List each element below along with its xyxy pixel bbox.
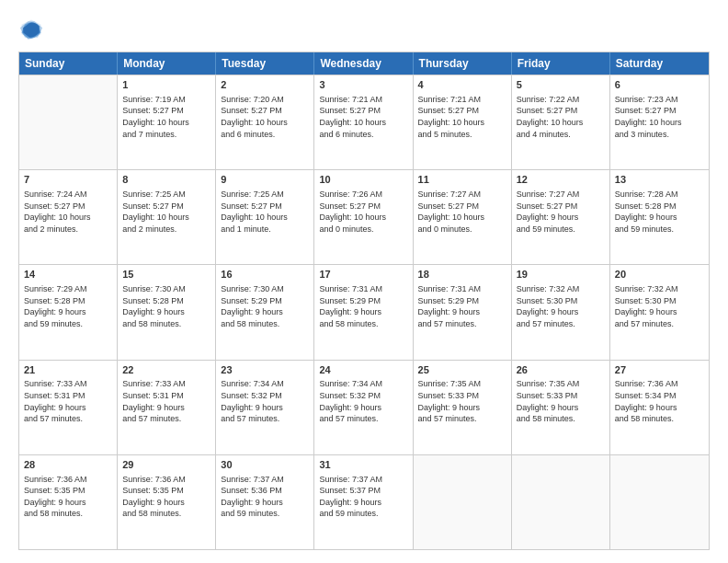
day-cell-17: 17Sunrise: 7:31 AM Sunset: 5:29 PM Dayli… [314, 265, 413, 359]
day-info: Sunrise: 7:21 AM Sunset: 5:27 PM Dayligh… [418, 94, 506, 140]
day-info: Sunrise: 7:31 AM Sunset: 5:29 PM Dayligh… [418, 283, 506, 329]
logo-icon [18, 17, 44, 42]
day-info: Sunrise: 7:36 AM Sunset: 5:34 PM Dayligh… [615, 378, 704, 424]
day-number: 25 [418, 363, 506, 377]
day-info: Sunrise: 7:30 AM Sunset: 5:29 PM Dayligh… [221, 283, 309, 329]
day-info: Sunrise: 7:35 AM Sunset: 5:33 PM Dayligh… [418, 378, 506, 424]
calendar-body: 1Sunrise: 7:19 AM Sunset: 5:27 PM Daylig… [19, 75, 709, 549]
page: SundayMondayTuesdayWednesdayThursdayFrid… [0, 0, 728, 563]
day-number: 11 [418, 173, 506, 187]
header [18, 17, 710, 42]
day-info: Sunrise: 7:20 AM Sunset: 5:27 PM Dayligh… [221, 94, 309, 140]
calendar-row-1: 1Sunrise: 7:19 AM Sunset: 5:27 PM Daylig… [19, 75, 709, 169]
day-cell-3: 3Sunrise: 7:21 AM Sunset: 5:27 PM Daylig… [314, 75, 413, 169]
day-cell-18: 18Sunrise: 7:31 AM Sunset: 5:29 PM Dayli… [414, 265, 512, 359]
empty-cell-4-4 [414, 455, 512, 549]
day-info: Sunrise: 7:26 AM Sunset: 5:27 PM Dayligh… [319, 189, 407, 235]
day-header-sunday: Sunday [19, 52, 118, 75]
day-cell-28: 28Sunrise: 7:36 AM Sunset: 5:35 PM Dayli… [19, 455, 118, 549]
day-number: 30 [221, 458, 309, 472]
day-cell-29: 29Sunrise: 7:36 AM Sunset: 5:35 PM Dayli… [118, 455, 216, 549]
day-number: 15 [122, 268, 210, 282]
day-info: Sunrise: 7:28 AM Sunset: 5:28 PM Dayligh… [615, 189, 704, 235]
day-info: Sunrise: 7:25 AM Sunset: 5:27 PM Dayligh… [221, 189, 309, 235]
day-info: Sunrise: 7:32 AM Sunset: 5:30 PM Dayligh… [517, 283, 605, 329]
day-number: 29 [122, 458, 210, 472]
day-info: Sunrise: 7:24 AM Sunset: 5:27 PM Dayligh… [24, 189, 112, 235]
day-info: Sunrise: 7:19 AM Sunset: 5:27 PM Dayligh… [122, 94, 210, 140]
day-cell-7: 7Sunrise: 7:24 AM Sunset: 5:27 PM Daylig… [19, 170, 118, 264]
day-header-friday: Friday [512, 52, 610, 75]
day-number: 20 [615, 268, 704, 282]
day-cell-20: 20Sunrise: 7:32 AM Sunset: 5:30 PM Dayli… [610, 265, 709, 359]
day-number: 5 [517, 78, 605, 92]
day-cell-5: 5Sunrise: 7:22 AM Sunset: 5:27 PM Daylig… [512, 75, 610, 169]
day-cell-31: 31Sunrise: 7:37 AM Sunset: 5:37 PM Dayli… [314, 455, 413, 549]
day-number: 8 [122, 173, 210, 187]
day-number: 19 [517, 268, 605, 282]
day-info: Sunrise: 7:37 AM Sunset: 5:36 PM Dayligh… [221, 474, 309, 520]
day-info: Sunrise: 7:27 AM Sunset: 5:27 PM Dayligh… [517, 189, 605, 235]
day-number: 6 [615, 78, 704, 92]
day-cell-12: 12Sunrise: 7:27 AM Sunset: 5:27 PM Dayli… [512, 170, 610, 264]
day-cell-10: 10Sunrise: 7:26 AM Sunset: 5:27 PM Dayli… [314, 170, 413, 264]
logo [18, 17, 48, 42]
calendar-header: SundayMondayTuesdayWednesdayThursdayFrid… [19, 52, 709, 75]
day-cell-16: 16Sunrise: 7:30 AM Sunset: 5:29 PM Dayli… [216, 265, 314, 359]
day-number: 21 [24, 363, 112, 377]
day-header-wednesday: Wednesday [314, 52, 413, 75]
day-cell-19: 19Sunrise: 7:32 AM Sunset: 5:30 PM Dayli… [512, 265, 610, 359]
day-number: 22 [122, 363, 210, 377]
day-cell-15: 15Sunrise: 7:30 AM Sunset: 5:28 PM Dayli… [118, 265, 216, 359]
day-cell-9: 9Sunrise: 7:25 AM Sunset: 5:27 PM Daylig… [216, 170, 314, 264]
day-header-thursday: Thursday [414, 52, 512, 75]
day-number: 27 [615, 363, 704, 377]
day-cell-2: 2Sunrise: 7:20 AM Sunset: 5:27 PM Daylig… [216, 75, 314, 169]
day-cell-13: 13Sunrise: 7:28 AM Sunset: 5:28 PM Dayli… [610, 170, 709, 264]
day-number: 7 [24, 173, 112, 187]
day-cell-14: 14Sunrise: 7:29 AM Sunset: 5:28 PM Dayli… [19, 265, 118, 359]
day-number: 12 [517, 173, 605, 187]
day-info: Sunrise: 7:32 AM Sunset: 5:30 PM Dayligh… [615, 283, 704, 329]
calendar: SundayMondayTuesdayWednesdayThursdayFrid… [18, 52, 710, 550]
day-cell-22: 22Sunrise: 7:33 AM Sunset: 5:31 PM Dayli… [118, 361, 216, 454]
day-header-saturday: Saturday [610, 52, 709, 75]
day-number: 31 [319, 458, 407, 472]
day-number: 17 [319, 268, 407, 282]
day-info: Sunrise: 7:23 AM Sunset: 5:27 PM Dayligh… [615, 94, 704, 140]
day-info: Sunrise: 7:25 AM Sunset: 5:27 PM Dayligh… [122, 189, 210, 235]
day-number: 10 [319, 173, 407, 187]
day-cell-1: 1Sunrise: 7:19 AM Sunset: 5:27 PM Daylig… [118, 75, 216, 169]
calendar-row-3: 14Sunrise: 7:29 AM Sunset: 5:28 PM Dayli… [19, 264, 709, 359]
calendar-row-5: 28Sunrise: 7:36 AM Sunset: 5:35 PM Dayli… [19, 454, 709, 549]
day-info: Sunrise: 7:34 AM Sunset: 5:32 PM Dayligh… [319, 378, 407, 424]
day-info: Sunrise: 7:37 AM Sunset: 5:37 PM Dayligh… [319, 474, 407, 520]
day-cell-23: 23Sunrise: 7:34 AM Sunset: 5:32 PM Dayli… [216, 361, 314, 454]
day-number: 2 [221, 78, 309, 92]
day-info: Sunrise: 7:34 AM Sunset: 5:32 PM Dayligh… [221, 378, 309, 424]
day-header-monday: Monday [118, 52, 216, 75]
day-cell-11: 11Sunrise: 7:27 AM Sunset: 5:27 PM Dayli… [414, 170, 512, 264]
day-number: 9 [221, 173, 309, 187]
day-number: 26 [517, 363, 605, 377]
day-info: Sunrise: 7:35 AM Sunset: 5:33 PM Dayligh… [517, 378, 605, 424]
day-info: Sunrise: 7:36 AM Sunset: 5:35 PM Dayligh… [24, 474, 112, 520]
empty-cell-0-0 [19, 75, 118, 169]
day-cell-8: 8Sunrise: 7:25 AM Sunset: 5:27 PM Daylig… [118, 170, 216, 264]
day-cell-26: 26Sunrise: 7:35 AM Sunset: 5:33 PM Dayli… [512, 361, 610, 454]
day-info: Sunrise: 7:30 AM Sunset: 5:28 PM Dayligh… [122, 283, 210, 329]
day-number: 18 [418, 268, 506, 282]
day-info: Sunrise: 7:27 AM Sunset: 5:27 PM Dayligh… [418, 189, 506, 235]
day-info: Sunrise: 7:29 AM Sunset: 5:28 PM Dayligh… [24, 283, 112, 329]
empty-cell-4-5 [512, 455, 610, 549]
day-number: 16 [221, 268, 309, 282]
day-header-tuesday: Tuesday [216, 52, 314, 75]
day-number: 4 [418, 78, 506, 92]
day-number: 3 [319, 78, 407, 92]
day-info: Sunrise: 7:22 AM Sunset: 5:27 PM Dayligh… [517, 94, 605, 140]
day-number: 14 [24, 268, 112, 282]
day-cell-6: 6Sunrise: 7:23 AM Sunset: 5:27 PM Daylig… [610, 75, 709, 169]
day-cell-25: 25Sunrise: 7:35 AM Sunset: 5:33 PM Dayli… [414, 361, 512, 454]
day-info: Sunrise: 7:21 AM Sunset: 5:27 PM Dayligh… [319, 94, 407, 140]
calendar-row-2: 7Sunrise: 7:24 AM Sunset: 5:27 PM Daylig… [19, 169, 709, 264]
